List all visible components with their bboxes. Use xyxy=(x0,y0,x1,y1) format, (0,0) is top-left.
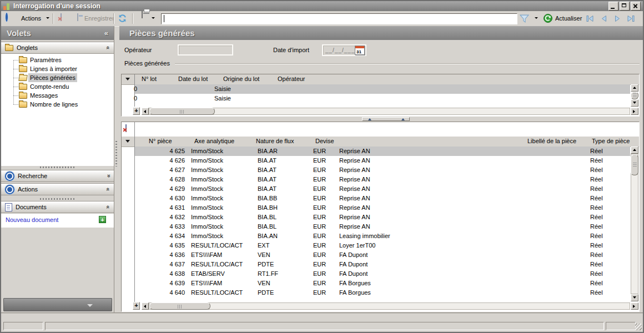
sidebar-tree-item[interactable]: Lignes à importer xyxy=(1,64,114,73)
col-n-lot[interactable]: N° lot xyxy=(142,75,157,82)
add-row-button[interactable]: + xyxy=(133,302,140,310)
print-button[interactable] xyxy=(142,11,143,18)
section-actions[interactable]: Actions « xyxy=(1,183,114,195)
pieces-table-body: 4 625Immo/StockBIA.AREURReprise ANRéel4 … xyxy=(135,147,630,297)
delete-button[interactable] xyxy=(61,13,62,21)
sidebar-tree-item[interactable]: Pièces générées xyxy=(1,73,114,82)
actions-menu-button[interactable]: Actions xyxy=(21,15,41,22)
table-row[interactable]: 4 626Immo/StockBIA.ATEURReprise ANRéel xyxy=(135,156,630,165)
date-import-label: Date d'import xyxy=(273,47,309,53)
col-origine-lot[interactable]: Origine du lot xyxy=(223,75,259,82)
actions-caret-icon[interactable] xyxy=(46,17,49,19)
chevron-up-icon[interactable]: « xyxy=(105,46,112,49)
table-row[interactable]: 0Saisie xyxy=(135,94,630,103)
table-row[interactable]: 4 632Immo/StockBIA.BLEURReprise ANRéel xyxy=(135,213,630,222)
horizontal-splitter[interactable] xyxy=(362,117,410,121)
table-row[interactable]: 4 630Immo/StockBIA.BBEURReprise ANRéel xyxy=(135,194,630,203)
next-record-button[interactable] xyxy=(613,14,622,24)
cell-nature: BIA.BH xyxy=(258,203,278,213)
cell-nature: BIA.AT xyxy=(258,184,276,194)
resize-grip[interactable] xyxy=(635,324,642,330)
first-record-button[interactable] xyxy=(586,14,595,24)
table-row[interactable]: 4 625Immo/StockBIA.AREURReprise ANRéel xyxy=(135,147,630,156)
delete-piece-button[interactable] xyxy=(125,124,127,132)
scroll-down-button[interactable] xyxy=(631,294,638,301)
chevron-up-icon[interactable]: « xyxy=(105,188,112,191)
splitter-handle[interactable] xyxy=(40,167,76,168)
scroll-right-button[interactable] xyxy=(631,302,638,310)
table-row[interactable]: 4 629Immo/StockBIA.ATEURReprise ANRéel xyxy=(135,184,630,194)
filter-input[interactable] xyxy=(161,13,517,24)
date-import-input[interactable]: __/__/____ 31 xyxy=(322,44,366,56)
cell-libelle: Reprise AN xyxy=(339,213,370,222)
table-row[interactable]: 0Saisie xyxy=(135,84,630,94)
sidebar-tree-item[interactable]: Paramètres xyxy=(1,56,114,64)
table-row[interactable]: 4 635RESULT/LOC/ACTEXTEURLoyer 1erT00Rée… xyxy=(135,241,630,250)
add-document-button[interactable]: + xyxy=(99,216,106,223)
add-row-button[interactable]: + xyxy=(133,107,140,115)
refresh-button[interactable] xyxy=(118,14,127,24)
operateur-input[interactable] xyxy=(178,44,233,56)
print-caret-icon[interactable] xyxy=(152,17,155,19)
horizontal-scrollbar-thumb[interactable] xyxy=(149,302,210,310)
thumb-grip xyxy=(633,163,637,167)
filter-button[interactable] xyxy=(520,14,529,24)
minimize-button[interactable] xyxy=(608,2,618,11)
splitter-handle[interactable] xyxy=(40,198,76,200)
col-axe-analytique[interactable]: Axe analytique xyxy=(194,138,234,144)
sidebar-tree-item[interactable]: Messages xyxy=(1,91,114,100)
col-n-piece[interactable]: N° pièce xyxy=(149,138,172,144)
close-button[interactable] xyxy=(631,2,641,11)
col-operateur[interactable]: Opérateur xyxy=(278,75,305,82)
table-row[interactable]: 4 637RESULT/LOC/ACTPDTEEURFA DupontRéel xyxy=(135,260,630,269)
last-record-button[interactable] xyxy=(626,14,635,24)
section-recherche[interactable]: Recherche « xyxy=(1,170,114,182)
collapse-sidebar-icon[interactable]: « xyxy=(104,29,108,37)
table-row[interactable]: 4 636ETS\\\\FAMVENEURFA DupontRéel xyxy=(135,250,630,260)
vertical-splitter[interactable] xyxy=(115,141,117,167)
vertical-scrollbar-thumb[interactable] xyxy=(631,154,638,175)
cell-axe: RESULT/LOC/ACT xyxy=(191,288,243,297)
horizontal-scrollbar-thumb[interactable] xyxy=(149,108,215,115)
scroll-left-button[interactable] xyxy=(142,302,149,310)
onglets-tree: ParamètresLignes à importerPièces généré… xyxy=(1,54,114,166)
new-document-link[interactable]: Nouveau document xyxy=(6,216,58,223)
horizontal-scrollbar-track[interactable] xyxy=(149,108,630,115)
table-row[interactable]: 4 627Immo/StockBIA.ATEURReprise ANRéel xyxy=(135,165,630,175)
pieces-table-header: N° pièce Axe analytique Nature de flux D… xyxy=(122,137,639,147)
maximize-button[interactable] xyxy=(620,2,630,11)
table-row[interactable]: 4 634Immo/StockBIA.ANEURLeasing immobili… xyxy=(135,231,630,241)
table-row[interactable]: 4 639ETS\\\\FAMVENEURFA BorguesRéel xyxy=(135,279,630,288)
section-documents[interactable]: Documents « xyxy=(1,201,114,213)
table-row[interactable]: 4 638ETAB/SERVRT1.FFEURFA DupontRéel xyxy=(135,269,630,279)
scroll-up-button[interactable] xyxy=(631,84,638,92)
scroll-up-button[interactable] xyxy=(631,147,638,154)
vertical-scrollbar-thumb[interactable] xyxy=(631,92,638,99)
col-libelle-piece[interactable]: Libellé de la pièce xyxy=(527,138,576,144)
col-type-piece[interactable]: Type de pièce xyxy=(592,138,630,144)
row-selector-icon[interactable] xyxy=(125,78,130,80)
save-button[interactable]: Enregistrer xyxy=(84,15,114,22)
sidebar-tree-item[interactable]: Compte-rendu xyxy=(1,82,114,91)
chevron-up-icon[interactable]: « xyxy=(105,205,112,209)
col-nature-flux[interactable]: Nature de flux xyxy=(256,138,294,144)
scroll-down-button[interactable] xyxy=(631,99,638,107)
col-devise[interactable]: Devise xyxy=(315,138,334,144)
sidebar-tree-item[interactable]: Nombre de lignes xyxy=(1,100,114,109)
filter-caret-icon[interactable] xyxy=(535,17,538,19)
horizontal-scrollbar-track[interactable] xyxy=(149,302,630,310)
collapsed-panel-bar[interactable] xyxy=(3,298,112,311)
table-row[interactable]: 4 633Immo/StockBIA.BLEURReprise ANRéel xyxy=(135,222,630,231)
previous-record-button[interactable] xyxy=(600,14,608,24)
table-row[interactable]: 4 631Immo/StockBIA.BHEURReprise ANRéel xyxy=(135,203,630,213)
actualiser-button[interactable] xyxy=(543,13,553,24)
row-selector-icon[interactable] xyxy=(125,140,130,143)
col-date-lot[interactable]: Date du lot xyxy=(178,75,208,82)
calendar-button[interactable]: 31 xyxy=(355,46,365,55)
chevron-down-icon[interactable]: « xyxy=(105,174,112,178)
scroll-left-button[interactable] xyxy=(142,108,149,115)
table-row[interactable]: 4 640RESULT/LOC/ACTPDTEEURFA BorguesRéel xyxy=(135,288,630,297)
section-onglets[interactable]: Onglets « xyxy=(1,42,114,54)
table-row[interactable]: 4 628Immo/StockBIA.ATEURReprise ANRéel xyxy=(135,175,630,184)
scroll-right-button[interactable] xyxy=(631,108,638,115)
